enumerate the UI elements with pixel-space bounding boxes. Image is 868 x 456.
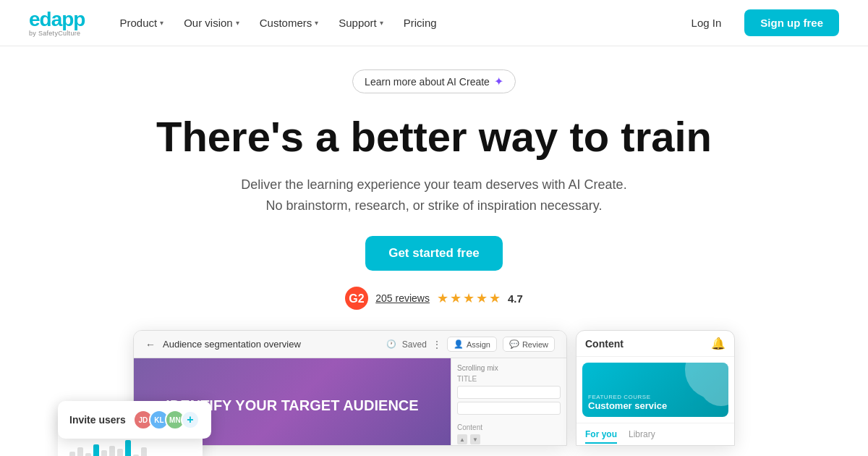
rating-score: 4.7 xyxy=(508,292,523,305)
ai-badge-label: Learn more about AI Create xyxy=(365,76,490,88)
assign-button[interactable]: 👤 Assign xyxy=(447,337,497,352)
nav-label-pricing: Pricing xyxy=(404,17,437,29)
screenshots-area: Invite users JD KL MN + ← Audience segme… xyxy=(0,330,868,446)
nav-item-pricing[interactable]: Pricing xyxy=(395,11,446,35)
title-field[interactable] xyxy=(457,386,561,399)
nav-label-our-vision: Our vision xyxy=(184,17,233,29)
content-panel-title: Content xyxy=(585,338,624,350)
svg-text:G2: G2 xyxy=(349,292,365,305)
title-field-2[interactable] xyxy=(457,402,561,415)
window-actions: 🕐 Saved ⋮ 👤 Assign 💬 Review xyxy=(386,337,555,352)
star-2-icon: ★ xyxy=(450,290,461,306)
bar-10 xyxy=(141,447,147,456)
chevron-down-icon: ▾ xyxy=(236,19,239,27)
review-button[interactable]: 💬 Review xyxy=(503,337,555,352)
star-1-icon: ★ xyxy=(437,290,448,306)
bar-1 xyxy=(69,452,75,456)
nav-label-support: Support xyxy=(339,17,377,29)
right-panel: Scrolling mix TITLE Content ▲ ▼ xyxy=(451,358,566,446)
featured-course-card[interactable]: FEATURED COURSE Customer service xyxy=(582,363,728,417)
saved-label: Saved xyxy=(402,339,427,350)
featured-bg: FEATURED COURSE Customer service xyxy=(582,363,728,417)
wave-decoration xyxy=(671,363,728,406)
logo-text: edapp xyxy=(29,9,85,30)
bar-chart xyxy=(69,439,191,456)
star-4-icon: ★ xyxy=(476,290,488,306)
add-user-icon[interactable]: + xyxy=(181,410,200,429)
nav-actions: Log In Sign up free xyxy=(680,9,839,36)
star-rating: ★ ★ ★ ★ ★ xyxy=(437,290,501,306)
avatar-group: JD KL MN + xyxy=(133,410,200,430)
bar-7 xyxy=(117,449,123,456)
nav-label-product: Product xyxy=(119,17,157,29)
navbar: edapp by SafetyCulture Product ▾ Our vis… xyxy=(0,0,868,46)
bar-5 xyxy=(101,450,107,456)
logo-sub: by SafetyCulture xyxy=(29,30,85,37)
assign-icon: 👤 xyxy=(454,339,464,349)
nav-links: Product ▾ Our vision ▾ Customers ▾ Suppo… xyxy=(111,11,679,35)
tab-library[interactable]: Library xyxy=(629,426,655,444)
logo-part2: app xyxy=(51,8,85,30)
chevron-up-icon[interactable]: ▲ xyxy=(457,434,467,444)
review-icon: 💬 xyxy=(509,339,519,349)
title-field-label: TITLE xyxy=(457,375,561,383)
hero-title: There's a better way to train xyxy=(156,114,712,160)
hero-subtitle-line1: Deliver the learning experience your tea… xyxy=(241,177,626,192)
logo-part1: ed xyxy=(29,8,51,30)
bar-8 xyxy=(125,440,131,456)
bell-icon[interactable]: 🔔 xyxy=(711,337,726,350)
scroll-label: Scrolling mix xyxy=(457,364,561,372)
content-panel: Content 🔔 FEATURED COURSE Customer servi… xyxy=(576,330,735,446)
hero-subtitle: Deliver the learning experience your tea… xyxy=(241,174,626,216)
review-label: Review xyxy=(522,340,548,349)
chevron-down-icon: ▾ xyxy=(160,19,163,27)
reviews-row: G2 205 reviews ★ ★ ★ ★ ★ 4.7 xyxy=(345,287,523,310)
ai-badge[interactable]: Learn more about AI Create ✦ xyxy=(352,69,516,93)
nav-item-customers[interactable]: Customers ▾ xyxy=(251,11,328,35)
login-button[interactable]: Log In xyxy=(680,11,733,35)
get-started-button[interactable]: Get started free xyxy=(365,236,503,271)
content-field-label: Content xyxy=(457,423,561,431)
assign-label: Assign xyxy=(467,340,490,349)
sparkle-icon: ✦ xyxy=(494,75,503,88)
invite-card-label: Invite users xyxy=(69,414,126,426)
nav-item-product[interactable]: Product ▾ xyxy=(111,11,172,35)
bar-3 xyxy=(85,453,91,456)
bar-6 xyxy=(109,446,115,456)
logo[interactable]: edapp by SafetyCulture xyxy=(29,9,85,37)
back-arrow-icon[interactable]: ← xyxy=(145,339,156,350)
nav-item-our-vision[interactable]: Our vision ▾ xyxy=(175,11,248,35)
more-icon[interactable]: ⋮ xyxy=(433,339,441,350)
invite-card: Invite users JD KL MN + xyxy=(58,401,211,439)
app-window-bar: ← Audience segmentation overview 🕐 Saved… xyxy=(134,331,566,358)
star-half-icon: ★ xyxy=(489,290,501,306)
window-title: Audience segmentation overview xyxy=(163,339,379,350)
star-3-icon: ★ xyxy=(463,290,475,306)
hero-section: Learn more about AI Create ✦ There's a b… xyxy=(0,46,868,446)
chevron-down-icon[interactable]: ▼ xyxy=(470,434,480,444)
chevron-down-icon: ▾ xyxy=(315,19,318,27)
clock-icon: 🕐 xyxy=(386,339,396,349)
nav-label-customers: Customers xyxy=(260,17,312,29)
g2-logo: G2 xyxy=(345,287,368,310)
panel-tabs: For you Library xyxy=(576,423,734,446)
bar-2 xyxy=(77,447,83,456)
content-panel-header: Content 🔔 xyxy=(576,331,734,357)
signup-button[interactable]: Sign up free xyxy=(744,9,839,36)
reviews-link[interactable]: 205 reviews xyxy=(375,292,430,304)
nav-item-support[interactable]: Support ▾ xyxy=(330,11,392,35)
bar-4 xyxy=(93,444,99,456)
tab-for-you[interactable]: For you xyxy=(585,426,617,444)
chevron-down-icon: ▾ xyxy=(380,19,383,27)
hero-subtitle-line2: No brainstorm, research, or strike of in… xyxy=(266,198,603,213)
